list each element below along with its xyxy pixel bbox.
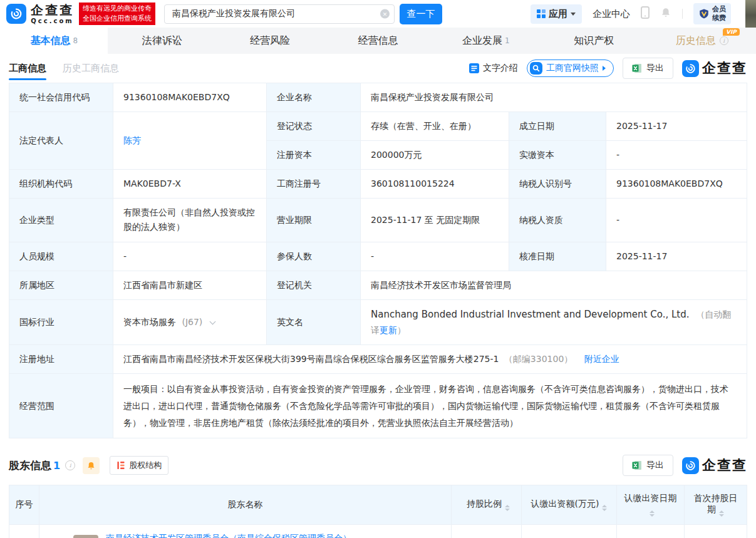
credit-code-value: 91360108MAK0EBD7XQ — [113, 83, 267, 112]
taxpayer-quality-value: - — [606, 199, 747, 242]
tab-history-info[interactable]: VIP 历史信息 i — [648, 28, 756, 54]
address-value: 江西省南昌市南昌经济技术开发区保税大街399号南昌综合保税区综合服务区监管服务大… — [113, 345, 747, 374]
tab-company-development[interactable]: 企业发展 1 — [432, 28, 540, 54]
brand-name[interactable]: 企查查 Qcc.com — [31, 4, 74, 24]
excel-icon — [632, 63, 642, 73]
export-button[interactable]: 导出 — [623, 455, 673, 476]
legal-rep-label: 法定代表人 — [9, 112, 113, 170]
vip-shield-icon — [698, 8, 710, 19]
translate-update-link[interactable]: 更新 — [380, 325, 397, 335]
equity-structure-button[interactable]: 股权结构 — [110, 456, 168, 475]
qcc-spiral-icon — [9, 7, 23, 21]
business-info-table: 统一社会信用代码 91360108MAK0EBD7XQ 企业名称 南昌保税产业投… — [9, 83, 747, 438]
bell-icon — [86, 461, 96, 470]
brand-slogan: 缔造有远见的商业传奇 全国企业信用查询系统 — [79, 3, 155, 25]
registry-label: 登记机关 — [267, 271, 361, 299]
sort-icon[interactable] — [505, 505, 510, 511]
reg-no-label: 工商注册号 — [267, 170, 361, 199]
scope-label: 经营范围 — [9, 374, 113, 438]
tab-legal-cases[interactable]: 法律诉讼 — [108, 28, 215, 54]
shareholder-cell: 南 南昌经济技术开发区管理委员会（南昌综合保税区管理委员会） 实际控制人 — [39, 525, 452, 538]
subtab-business-registration[interactable]: 工商信息 — [9, 54, 46, 83]
established-value: 2025-11-17 — [606, 112, 747, 141]
taxpayer-id-value: 91360108MAK0EBD7XQ — [606, 170, 747, 199]
company-type-label: 企业类型 — [9, 199, 113, 242]
qcc-watermark: 企查查 — [682, 456, 747, 475]
monitor-bell-button[interactable] — [83, 457, 100, 474]
page-content: 工商信息 历史工商信息 文字介绍 工商官网快照 — [0, 54, 756, 538]
org-code-label: 组织机构代码 — [9, 170, 113, 199]
tab-basic-info[interactable]: 基本信息 8 — [0, 28, 108, 54]
taxpayer-id-label: 纳税人识别号 — [509, 170, 606, 199]
col-ratio: 持股比例 — [452, 485, 522, 525]
shareholders-count: 1 — [53, 460, 60, 472]
user-avatar[interactable] — [745, 0, 756, 28]
reg-no-value: 360108110015224 — [361, 170, 509, 199]
official-snapshot-button[interactable]: 工商官网快照 — [527, 59, 614, 77]
business-term-label: 营业期限 — [267, 199, 361, 242]
industry-label: 国标行业 — [9, 299, 113, 345]
snapshot-icon — [530, 62, 542, 75]
tab-intellectual-property[interactable]: 知识产权 — [540, 28, 648, 54]
reg-capital-value: 200000万元 — [361, 141, 509, 170]
first-date-value: 2025-11-17 — [685, 525, 747, 538]
org-code-value: MAK0EBD7-X — [113, 170, 267, 199]
approval-date-label: 核准日期 — [509, 242, 606, 271]
tab-operation-info[interactable]: 经营信息 — [324, 28, 432, 54]
shareholders-section-header: 股东信息 1 i 股权结构 — [9, 455, 747, 476]
scope-value: 一般项目：以自有资金从事投资活动，自有资金投资的资产管理服务，企业管理，财务咨询… — [113, 374, 747, 438]
company-name-value: 南昌保税产业投资发展有限公司 — [361, 83, 747, 112]
search-button[interactable]: 查一下 — [400, 4, 442, 24]
qcc-watermark-icon — [682, 60, 699, 77]
qcc-logo-icon[interactable] — [6, 4, 26, 24]
shareholders-title: 股东信息 — [9, 458, 51, 473]
search-input[interactable] — [164, 4, 395, 24]
insured-value: - — [361, 242, 509, 271]
mobile-app-icon[interactable] — [641, 6, 650, 21]
business-term-value: 2025-11-17 至 无固定期限 — [361, 199, 509, 242]
avatar: 南 — [73, 535, 98, 538]
info-icon: i — [65, 460, 75, 470]
sort-icon[interactable] — [650, 510, 655, 517]
col-shareholder-name: 股东名称 — [39, 485, 452, 525]
insured-label: 参保人数 — [267, 242, 361, 271]
apps-menu[interactable]: 应用 — [531, 4, 582, 24]
sort-icon[interactable] — [602, 505, 607, 511]
document-icon — [469, 63, 479, 73]
qcc-watermark-icon — [682, 457, 699, 474]
shareholders-table-header: 序号 股东名称 持股比例 认缴出资额(万元) 认缴出资日期 首次持股日期 — [9, 485, 747, 525]
brand-cn: 企查查 — [31, 4, 74, 16]
staff-size-label: 人员规模 — [9, 242, 113, 271]
row-index: 1 — [9, 525, 39, 538]
tab-count: 8 — [73, 36, 78, 45]
vip-renew-button[interactable]: 会员 续费 — [693, 3, 731, 25]
notification-bell-icon[interactable] — [660, 7, 671, 21]
address-postcode: （邮编330100） — [504, 354, 572, 364]
legal-rep-link[interactable]: 陈芳 — [123, 135, 141, 145]
reg-capital-label: 注册资本 — [267, 141, 361, 170]
credit-code-label: 统一社会信用代码 — [9, 83, 113, 112]
vip-badge: VIP — [723, 28, 740, 36]
legal-rep-value: 陈芳 — [113, 112, 267, 170]
tab-count: 1 — [505, 36, 510, 45]
shareholder-name-link[interactable]: 南昌经济技术开发区管理委员会（南昌综合保税区管理委员会） — [106, 533, 351, 538]
nearby-companies-link[interactable]: 附近企业 — [584, 354, 619, 364]
export-button[interactable]: 导出 — [623, 58, 673, 79]
paid-capital-value: - — [606, 141, 747, 170]
industry-code: (J67) — [182, 317, 202, 327]
registry-value: 南昌经济技术开发区市场监督管理局 — [361, 271, 747, 299]
enterprise-center-link[interactable]: 企业中心 — [593, 8, 630, 20]
region-value: 江西省南昌市新建区 — [113, 271, 267, 299]
col-first-holding-date: 首次持股日期 — [685, 485, 747, 525]
tab-operation-risk[interactable]: 经营风险 — [216, 28, 324, 54]
amount-value: 200000 — [522, 525, 617, 538]
text-intro-button[interactable]: 文字介绍 — [469, 63, 518, 74]
subtab-history-registration[interactable]: 历史工商信息 — [63, 54, 119, 83]
chevron-down-icon — [571, 13, 576, 16]
sort-icon[interactable] — [719, 510, 724, 517]
main-tab-bar: 基本信息 8 法律诉讼 经营风险 经营信息 企业发展 1 知识产权 VIP 历史… — [0, 28, 756, 54]
chevron-down-icon[interactable] — [209, 319, 215, 325]
clear-search-icon[interactable]: ✕ — [380, 9, 390, 19]
equity-tree-icon — [117, 461, 125, 470]
qcc-watermark: 企查查 — [682, 59, 747, 78]
